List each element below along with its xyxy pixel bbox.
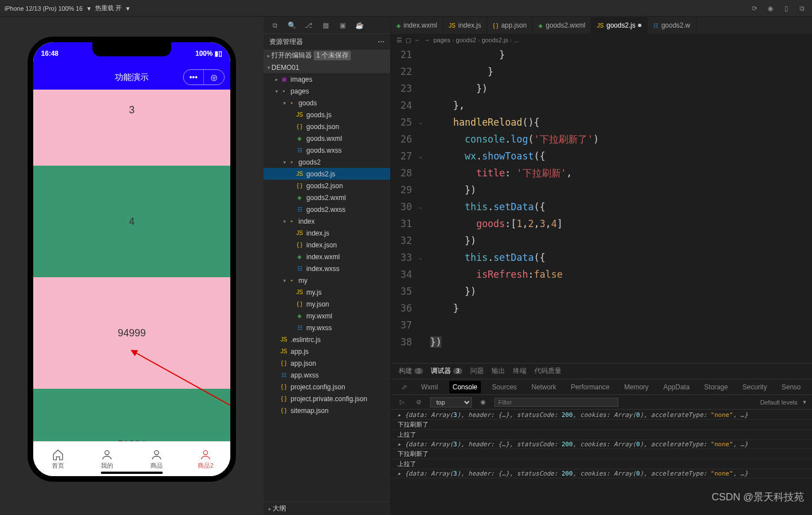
tree-item[interactable]: ☷my.wxss [264, 322, 390, 334]
bottom-tab[interactable]: 调试器 3 [431, 366, 462, 376]
editor-tab[interactable]: ☷goods2.w [648, 17, 696, 34]
explorer-title: 资源管理器 [269, 37, 303, 47]
editor-tab[interactable]: JSindex.js [443, 17, 487, 34]
goods-item[interactable]: 3 [33, 90, 230, 166]
tree-item[interactable]: { }my.json [264, 298, 390, 310]
editor-tabs: ◈index.wxmlJSindex.js{ }app.json◈goods2.… [391, 17, 812, 34]
tree-item[interactable]: { }goods2.json [264, 180, 390, 192]
files-icon[interactable]: ⧉ [269, 20, 280, 31]
tab-user[interactable]: 我的 [83, 442, 132, 476]
search-icon[interactable]: 🔍 [286, 20, 297, 31]
project-header[interactable]: ▾ DEMO01 [264, 61, 390, 73]
inspect-icon[interactable]: ⬀ [399, 381, 410, 393]
capsule-target-icon[interactable]: ◎ [204, 70, 224, 85]
goods-item[interactable]: 4 [33, 166, 230, 277]
devtool-tab[interactable]: Network [528, 381, 560, 393]
tree-item[interactable]: ▸▣images [264, 73, 390, 85]
clear-icon[interactable]: ⊘ [413, 397, 425, 408]
breadcrumb[interactable]: ☰ ▢ ← → pages › goods2 › goods2.js › ... [391, 34, 812, 46]
tree-item[interactable]: ◈my.wxml [264, 310, 390, 322]
console-controls: ▷ ⊘ top ◉ Default levels▾ [391, 395, 812, 410]
tree-item[interactable]: JSgoods.js [264, 109, 390, 121]
devtool-tab[interactable]: Senso [778, 381, 804, 393]
devtool-tab[interactable]: Performance [568, 381, 613, 393]
devtool-tab[interactable]: AppData [660, 381, 693, 393]
more-icon[interactable]: ⋯ [378, 38, 385, 46]
bottom-tab[interactable]: 输出 [492, 366, 505, 376]
tree-item[interactable]: JSgoods2.js [264, 168, 390, 180]
tree-item[interactable]: ☷index.wxss [264, 263, 390, 274]
editor-zone: ◈index.wxmlJSindex.js{ }app.json◈goods2.… [391, 17, 812, 515]
bookmark-icon[interactable]: ☰ [396, 37, 402, 44]
bottom-tab[interactable]: 问题 [470, 366, 484, 376]
goods-item[interactable]: 51864 [33, 389, 230, 441]
tree-item[interactable]: { }goods.json [264, 121, 390, 132]
ext1-icon[interactable]: ▦ [320, 20, 331, 31]
dot-icon[interactable]: ◉ [765, 3, 776, 14]
goods-item[interactable]: 94999 [33, 277, 230, 389]
tree-item[interactable]: ☷goods2.wxss [264, 203, 390, 215]
tree-item[interactable]: ☷app.wxss [264, 369, 390, 381]
file-tree: ▸ 打开的编辑器 1 个未保存 ▾ DEMO01 ▸▣images▾▪pages… [264, 50, 390, 501]
tree-item[interactable]: ◈index.wxml [264, 251, 390, 263]
code-editor[interactable]: 212223242526272829303132333435363738 ⌄⌄⌄… [391, 46, 812, 363]
editor-tab[interactable]: ◈goods2.wxml [533, 17, 591, 34]
tab-home[interactable]: 首页 [33, 442, 83, 476]
devtool-tab[interactable]: Sources [489, 381, 520, 393]
tree-item[interactable]: ◈goods.wxml [264, 132, 390, 144]
tree-item[interactable]: ☷goods.wxss [264, 144, 390, 156]
tree-item[interactable]: { }app.json [264, 357, 390, 369]
back-icon[interactable]: ← [414, 37, 421, 43]
tree-item[interactable]: { }sitemap.json [264, 405, 390, 416]
tree-item[interactable]: JSmy.js [264, 286, 390, 298]
capsule-menu-icon[interactable]: ••• [184, 70, 204, 85]
hot-reload[interactable]: 热重载 开 [95, 4, 122, 12]
bookmark-icon[interactable]: ▢ [405, 37, 411, 44]
bottom-tab[interactable]: 代码质量 [534, 366, 561, 376]
tree-item[interactable]: ▾▪goods2 [264, 156, 390, 168]
tree-item[interactable]: ▾▪index [264, 215, 390, 227]
capsule[interactable]: ••• ◎ [183, 69, 225, 85]
branch-icon[interactable]: ⎇ [303, 20, 314, 31]
outline-header[interactable]: ▸ 大纲 [264, 501, 390, 515]
phone-body[interactable]: 349499951864 [33, 90, 230, 441]
refresh-icon[interactable]: ⟳ [749, 3, 760, 14]
tree-item[interactable]: ◈goods2.wxml [264, 192, 390, 203]
bottom-tab[interactable]: 终端 [513, 366, 527, 376]
phone-frame: 16:48 100% ▮▯ 功能演示 ••• ◎ 349499951864 首页… [28, 37, 236, 482]
ext2-icon[interactable]: ▣ [337, 20, 348, 31]
windows-icon[interactable]: ⧉ [796, 3, 807, 14]
tree-item[interactable]: JSapp.js [264, 345, 390, 357]
tree-item[interactable]: ▾▪pages [264, 85, 390, 97]
fwd-icon[interactable]: → [424, 37, 430, 43]
svg-point-3 [204, 450, 208, 454]
editor-tab[interactable]: ◈index.wxml [391, 17, 443, 34]
phone-icon[interactable]: ▯ [780, 3, 792, 14]
tree-item[interactable]: JSindex.js [264, 227, 390, 239]
editor-tab[interactable]: { }app.json [487, 17, 533, 34]
bottom-tab[interactable]: 构建 3 [399, 366, 423, 376]
open-editors-header[interactable]: ▸ 打开的编辑器 1 个未保存 [264, 50, 390, 61]
svg-point-2 [154, 450, 158, 454]
ext3-icon[interactable]: ☕ [354, 20, 365, 31]
tree-item[interactable]: { }project.config.json [264, 381, 390, 393]
tree-item[interactable]: { }index.json [264, 239, 390, 251]
filter-input[interactable] [494, 398, 618, 407]
tree-item[interactable]: JS.eslintrc.js [264, 334, 390, 345]
device-label[interactable]: iPhone 12/13 (Pro) 100% 16 [5, 5, 83, 12]
eye-icon[interactable]: ◉ [478, 397, 489, 408]
tree-item[interactable]: ▾▪my [264, 274, 390, 286]
tab-user[interactable]: 商品 [132, 442, 181, 476]
devtool-tab[interactable]: Security [739, 381, 770, 393]
context-select[interactable]: top [430, 397, 472, 407]
console-log[interactable]: ▸ {data: Array(3), header: {…}, statusCo… [391, 410, 812, 515]
editor-tab[interactable]: JSgoods2.js [591, 17, 648, 34]
devtool-tab[interactable]: Wxml [418, 381, 441, 393]
tree-item[interactable]: ▾▪goods [264, 97, 390, 109]
tab-user[interactable]: 商品2 [181, 442, 231, 476]
play-icon[interactable]: ▷ [396, 397, 408, 408]
tree-item[interactable]: { }project.private.config.json [264, 393, 390, 405]
devtool-tab[interactable]: Storage [701, 381, 731, 393]
devtool-tab[interactable]: Memory [621, 381, 652, 393]
devtool-tab[interactable]: Console [449, 381, 481, 393]
